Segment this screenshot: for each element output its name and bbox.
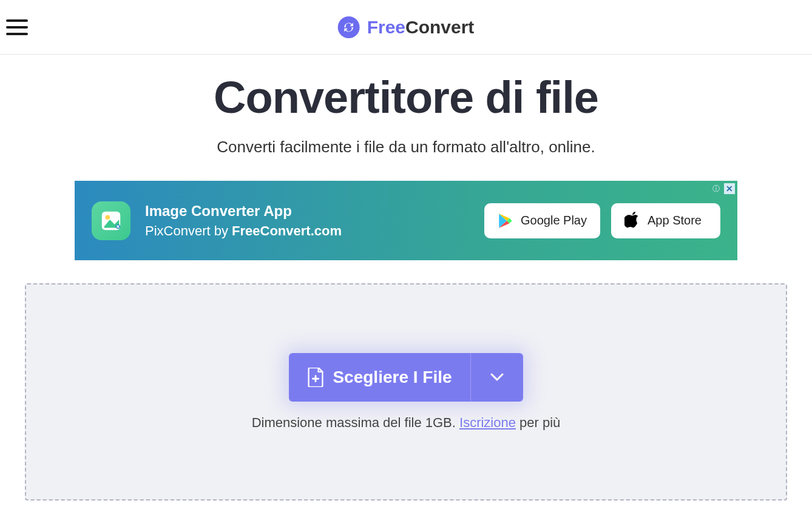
choose-file-wrap: Scegliere I File [289,353,523,402]
header: FreeConvert [0,0,812,55]
ad-title: Image Converter App [145,203,470,220]
ad-buttons: Google Play App Store [484,203,720,238]
page-title: Convertitore di file [0,72,812,123]
logo[interactable]: FreeConvert [338,16,475,38]
choose-file-button[interactable]: Scegliere I File [289,353,470,402]
ad-info-icon[interactable]: ⓘ [711,183,722,194]
dropzone[interactable]: Scegliere I File Dimensione massima del … [25,283,787,500]
google-play-icon [498,212,513,229]
logo-icon [338,16,360,38]
app-store-button[interactable]: App Store [611,203,720,238]
page-subtitle: Converti facilmente i file da un formato… [0,138,812,157]
ad-subtitle: PixConvert by FreeConvert.com [145,223,470,239]
signup-link[interactable]: Iscrizione [459,415,516,430]
google-play-button[interactable]: Google Play [484,203,600,238]
svg-point-1 [106,215,110,220]
chevron-down-icon [490,373,504,382]
ad-app-icon [92,201,130,240]
filesize-note: Dimensione massima del file 1GB. Iscrizi… [252,415,561,431]
choose-file-dropdown[interactable] [471,353,523,402]
ad-banner: ⓘ ✕ Image Converter App PixConvert by Fr… [75,181,737,260]
close-icon[interactable]: ✕ [724,183,735,194]
apple-icon [624,212,640,230]
menu-icon[interactable] [6,15,30,39]
ad-text: Image Converter App PixConvert by FreeCo… [145,203,470,239]
logo-text: FreeConvert [367,17,475,38]
page-content: Convertitore di file Converti facilmente… [0,72,812,512]
file-add-icon [307,368,324,387]
